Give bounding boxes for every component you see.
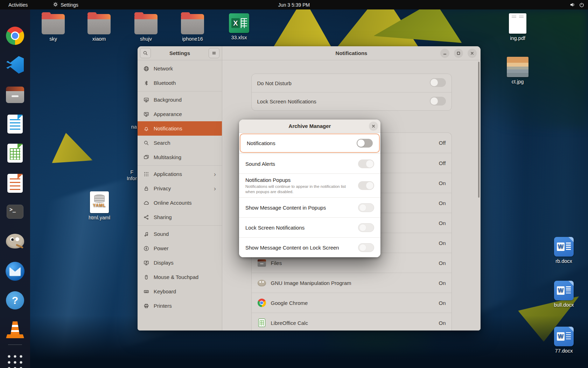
dock-item-loimpress[interactable] (5, 173, 25, 193)
app-row-label: Google Chrome (271, 300, 308, 306)
: Notifications (247, 140, 357, 146)
app-notification-row-gnu-image-manipulation-program[interactable]: GNU Image Manipulation ProgramOn (252, 273, 451, 293)
sidebar-item-online-accounts[interactable]: Online Accounts (138, 196, 222, 210)
desktop-icon-iphone16[interactable]: iphone16 (172, 14, 213, 42)
desktop-icon-ing-pdf[interactable]: ing.pdf (497, 13, 538, 41)
sidebar-item-search[interactable]: Search (138, 136, 222, 150)
notifications-toggle[interactable] (357, 139, 373, 148)
settings-row-lock-screen-notifications[interactable]: Lock Screen Notifications (252, 92, 451, 110)
chrome-app-icon (257, 299, 266, 307)
sidebar-item-notifications[interactable]: Notifications (138, 121, 222, 136)
loimpress-icon (7, 174, 23, 193)
do-not-disturb-toggle[interactable] (430, 78, 446, 87)
printers-icon (144, 303, 149, 309)
clock-label: Jun 3 5:39 PM (278, 2, 310, 8)
desktop-icon-sky[interactable]: sky (33, 14, 74, 42)
docx-file-icon (554, 237, 574, 257)
 (258, 319, 265, 327)
app-grid-icon (7, 354, 23, 368)
dock-item-chrome[interactable] (5, 26, 25, 46)
desktop-icon-shujv[interactable]: shujv (126, 14, 166, 42)
menu-button[interactable] (209, 48, 219, 58)
app-row-status: On (439, 320, 446, 326)
desktop-icon-bull-docx[interactable]: bull.docx (544, 281, 584, 308)
desktop-icon-ct-jpg[interactable]: ct.jpg (497, 57, 538, 84)
sidebar-item-privacy[interactable]: Privacy› (138, 181, 222, 196)
vscode-icon (6, 56, 24, 74)
desktop-icon-label: shujv (126, 36, 166, 42)
lock-screen-notifications-toggle[interactable] (430, 97, 446, 105)
desktop-icon-xiaom[interactable]: xiaom (79, 14, 119, 42)
sidebar-item-label: Search (154, 140, 170, 146)
close-button[interactable] (468, 49, 477, 58)
toggle-knob (366, 182, 373, 189)
sidebar-item-multitasking[interactable]: Multitasking (138, 150, 222, 164)
sidebar-item-displays[interactable]: Displays (138, 255, 222, 270)
sidebar-item-keyboard[interactable]: Keyboard (138, 284, 222, 299)
app-notification-row-libreoffice-calc[interactable]: LibreOffice CalcOn (252, 313, 451, 330)
sidebar-header: Settings (138, 46, 222, 60)
dock-item-vlc[interactable] (5, 320, 25, 340)
desktop-icon-label: html.yaml (79, 215, 120, 220)
sidebar-item-sharing[interactable]: Sharing (138, 210, 222, 224)
yaml-file-icon (90, 191, 109, 213)
dock-item-app-grid[interactable] (5, 352, 25, 368)
app-notification-row-google-chrome[interactable]: Google ChromeOn (252, 293, 451, 313)
sidebar-item-label: Sharing (154, 214, 172, 220)
search-button[interactable] (140, 48, 151, 58)
vlc-icon (6, 321, 24, 338)
desktop-icon-33-xlsx[interactable]: 33.xlsx (219, 13, 259, 40)
maximize-button[interactable] (454, 49, 463, 58)
sidebar-item-label: Background (154, 97, 182, 103)
 (258, 299, 266, 307)
applications-icon (144, 171, 149, 177)
show-message-content-in-popups-toggle (358, 203, 374, 212)
desktop-icon-rb-docx[interactable]: rb.docx (544, 237, 584, 264)
 (258, 261, 266, 267)
dock-item-help[interactable] (5, 290, 25, 311)
sidebar-item-label: Appearance (154, 111, 182, 117)
power-icon (144, 246, 149, 251)
dialog-row-notifications: Notifications (240, 134, 380, 153)
dialog-close-button[interactable] (369, 122, 378, 131)
sidebar-item-background[interactable]: Background (138, 93, 222, 107)
clock[interactable]: Jun 3 5:39 PM (274, 0, 314, 9)
desktop-icon-html-yaml[interactable]: html.yaml (79, 191, 120, 220)
app-row-status: On (439, 200, 446, 206)
dock-divider (8, 345, 22, 345)
dock-item-terminal[interactable] (5, 202, 25, 222)
notification-popups-toggle (358, 181, 374, 190)
dock-item-lowriter[interactable] (5, 114, 25, 134)
sidebar-item-label: Network (154, 66, 173, 71)
chevron-right-icon: › (214, 171, 216, 177)
activities-button[interactable]: Activities (5, 0, 31, 9)
scrollbar-thumb[interactable] (478, 62, 479, 198)
settings-row-do-not-disturb[interactable]: Do Not Disturb (252, 74, 451, 92)
sidebar-item-power[interactable]: Power (138, 241, 222, 255)
dock-item-thunderbird[interactable] (5, 261, 25, 281)
sharing-icon (144, 214, 149, 220)
sidebar-item-printers[interactable]: Printers (138, 299, 222, 313)
power-icon[interactable] (579, 2, 584, 8)
notifications-icon (144, 126, 149, 131)
multitasking-icon (144, 155, 149, 160)
volume-icon[interactable] (569, 2, 575, 8)
desktop-icon-77-docx[interactable]: 77.docx (544, 327, 584, 354)
focused-app-menu[interactable]: Settings (49, 0, 82, 9)
dock-item-files[interactable] (5, 84, 25, 105)
sidebar-item-appearance[interactable]: Appearance (138, 107, 222, 121)
sidebar-item-mouse-touchpad[interactable]: Mouse & Touchpad (138, 270, 222, 284)
sidebar-item-sound[interactable]: Sound (138, 227, 222, 241)
sidebar-item-network[interactable]: Network (138, 61, 222, 76)
app-row-status: On (439, 220, 446, 226)
dock-item-vscode[interactable] (5, 55, 25, 75)
focused-app-label: Settings (61, 2, 78, 8)
minimize-button[interactable] (440, 49, 449, 58)
desktop-icon-label: ing.pdf (497, 35, 538, 41)
dock-item-localc[interactable] (5, 143, 25, 163)
sidebar-item-bluetooth[interactable]: Bluetooth (138, 76, 222, 90)
jpg-file-icon (507, 57, 528, 77)
dock-item-gimp[interactable] (5, 231, 25, 251)
sidebar-item-applications[interactable]: Applications› (138, 167, 222, 181)
sidebar-separator (138, 91, 222, 91)
